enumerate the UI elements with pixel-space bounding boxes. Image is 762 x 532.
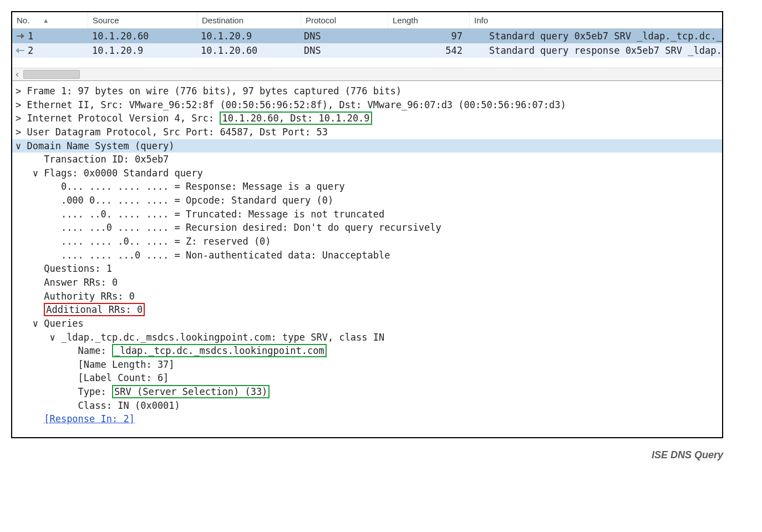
wireshark-window: No.▲ Source Destination Protocol Length … bbox=[11, 11, 723, 438]
packet-destination: 10.1.20.9 bbox=[196, 29, 299, 43]
tree-frame[interactable]: > Frame 1: 97 bytes on wire (776 bits), … bbox=[12, 84, 722, 98]
packet-length: 97 bbox=[386, 29, 485, 43]
dns-additional-rrs[interactable]: Additional RRs: 0 bbox=[12, 303, 722, 317]
packet-no: 1 bbox=[28, 31, 33, 42]
col-length[interactable]: Length bbox=[388, 12, 470, 28]
flag-truncated[interactable]: .... ..0. .... .... = Truncated: Message… bbox=[12, 207, 722, 221]
highlight-query-name: _ldap._tcp.dc._msdcs.lookingpoint.com bbox=[112, 344, 327, 357]
tree-dns[interactable]: ∨ Domain Name System (query) bbox=[12, 139, 722, 153]
packet-protocol: DNS bbox=[299, 29, 386, 43]
query-name-length[interactable]: [Name Length: 37] bbox=[12, 358, 722, 372]
flag-response[interactable]: 0... .... .... .... = Response: Message … bbox=[12, 180, 722, 194]
response-in-link[interactable]: [Response In: 2] bbox=[12, 412, 722, 426]
flag-recursion[interactable]: .... ...0 .... .... = Recursion desired:… bbox=[12, 221, 722, 235]
packet-row[interactable]: 1 10.1.20.60 10.1.20.9 DNS 97 Standard q… bbox=[12, 29, 722, 43]
figure-caption: ISE DNS Query bbox=[11, 449, 723, 461]
highlight-ip-addresses: 10.1.20.60, Dst: 10.1.20.9 bbox=[220, 112, 372, 125]
scroll-left-icon[interactable]: ‹ bbox=[12, 69, 22, 80]
col-destination[interactable]: Destination bbox=[197, 12, 301, 28]
query-label-count[interactable]: [Label Count: 6] bbox=[12, 371, 722, 385]
request-arrow-icon bbox=[17, 33, 24, 39]
col-no[interactable]: No.▲ bbox=[12, 12, 88, 28]
highlight-query-type: SRV (Server Selection) (33) bbox=[112, 385, 270, 398]
packet-source: 10.1.20.60 bbox=[88, 29, 196, 43]
dns-authority-rrs[interactable]: Authority RRs: 0 bbox=[12, 290, 722, 303]
col-info[interactable]: Info bbox=[470, 12, 722, 28]
scroll-thumb[interactable] bbox=[23, 70, 80, 79]
dns-transaction-id[interactable]: Transaction ID: 0x5eb7 bbox=[12, 153, 722, 166]
dns-answer-rrs[interactable]: Answer RRs: 0 bbox=[12, 276, 722, 290]
query-class[interactable]: Class: IN (0x0001) bbox=[12, 399, 722, 413]
packet-info: Standard query 0x5eb7 SRV _ldap._tcp.dc.… bbox=[485, 29, 722, 43]
tree-ip[interactable]: > Internet Protocol Version 4, Src: 10.1… bbox=[12, 112, 722, 125]
flag-auth-data[interactable]: .... .... ...0 .... = Non-authenticated … bbox=[12, 249, 722, 262]
flag-z[interactable]: .... .... .0.. .... = Z: reserved (0) bbox=[12, 235, 722, 249]
tree-udp[interactable]: > User Datagram Protocol, Src Port: 6458… bbox=[12, 125, 722, 139]
packet-row[interactable]: 2 10.1.20.9 10.1.20.60 DNS 542 Standard … bbox=[12, 43, 722, 58]
sort-asc-icon: ▲ bbox=[43, 17, 49, 24]
tree-ethernet[interactable]: > Ethernet II, Src: VMware_96:52:8f (00:… bbox=[12, 98, 722, 112]
col-source[interactable]: Source bbox=[88, 12, 197, 28]
query-name[interactable]: Name: _ldap._tcp.dc._msdcs.lookingpoint.… bbox=[12, 344, 722, 358]
packet-source: 10.1.20.9 bbox=[88, 43, 196, 58]
query-type[interactable]: Type: SRV (Server Selection) (33) bbox=[12, 385, 722, 399]
packet-destination: 10.1.20.60 bbox=[196, 43, 299, 58]
dns-queries[interactable]: ∨ Queries bbox=[12, 317, 722, 331]
col-protocol[interactable]: Protocol bbox=[301, 12, 388, 28]
flag-opcode[interactable]: .000 0... .... .... = Opcode: Standard q… bbox=[12, 194, 722, 207]
packet-protocol: DNS bbox=[299, 43, 386, 58]
horizontal-scrollbar[interactable]: ‹ bbox=[12, 68, 722, 80]
query-summary[interactable]: ∨ _ldap._tcp.dc._msdcs.lookingpoint.com:… bbox=[12, 331, 722, 344]
response-arrow-icon bbox=[17, 48, 24, 53]
packet-details: > Frame 1: 97 bytes on wire (776 bits), … bbox=[12, 80, 722, 437]
packet-length: 542 bbox=[386, 43, 485, 58]
packet-list-header: No.▲ Source Destination Protocol Length … bbox=[12, 12, 722, 29]
dns-questions[interactable]: Questions: 1 bbox=[12, 262, 722, 276]
packet-info: Standard query response 0x5eb7 SRV _ldap… bbox=[485, 43, 722, 58]
dns-flags[interactable]: ∨ Flags: 0x0000 Standard query bbox=[12, 166, 722, 180]
highlight-additional-rrs: Additional RRs: 0 bbox=[44, 303, 145, 316]
packet-no: 2 bbox=[28, 45, 33, 56]
